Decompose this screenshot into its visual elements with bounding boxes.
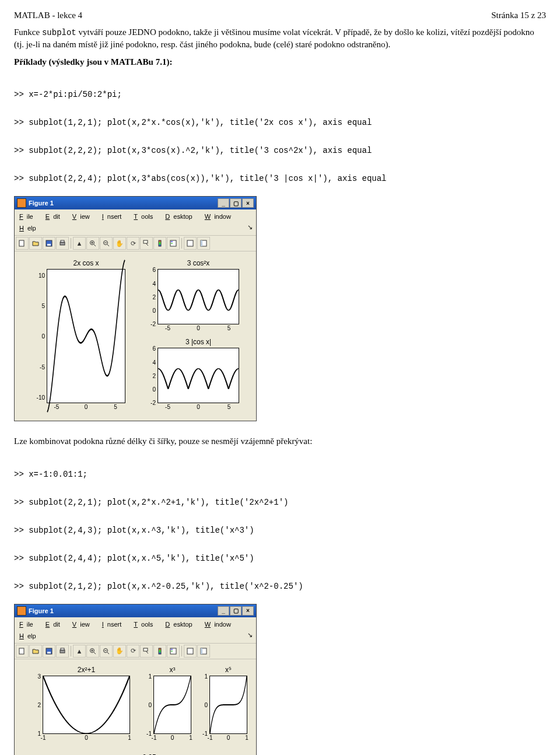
matlab-icon <box>17 198 26 208</box>
menu-tools[interactable]: Tools <box>130 211 160 222</box>
svg-rect-14 <box>159 240 161 246</box>
new-figure-button[interactable] <box>16 645 29 658</box>
menu-edit[interactable]: Edit <box>42 211 67 222</box>
close-button[interactable]: × <box>242 606 254 616</box>
menu-tools[interactable]: Tools <box>130 618 160 630</box>
axes-2x2p1[interactable]: 2x²+1 3 2 1 -1 0 1 <box>43 676 130 734</box>
menu-file[interactable]: File <box>16 211 40 222</box>
axes-x5[interactable]: x⁵ 1 0 -1 -1 0 1 <box>209 676 247 734</box>
svg-rect-41 <box>201 648 202 654</box>
window-title: Figure 1 <box>29 607 54 614</box>
menu-help[interactable]: Help <box>16 222 43 234</box>
menu-desktop[interactable]: Desktop <box>162 618 199 630</box>
zoom-out-button[interactable] <box>100 645 113 658</box>
menu-file[interactable]: File <box>16 618 40 630</box>
maximize-button[interactable]: ▢ <box>230 198 242 208</box>
colorbar-button[interactable] <box>153 645 166 658</box>
rotate-button[interactable]: ⟳ <box>127 237 139 250</box>
svg-rect-24 <box>60 650 65 653</box>
axes-3abscosx[interactable]: 3 |cos x| 6 4 2 0 -2 -5 0 5 <box>158 348 239 403</box>
menu-edit[interactable]: Edit <box>42 618 67 630</box>
minimize-button[interactable]: _ <box>218 198 229 208</box>
inline-code: subplot <box>42 28 76 37</box>
menubar-aux-icon[interactable]: ↘ <box>245 630 255 640</box>
axes-2x-cos-x[interactable]: 2x cos x 10 5 0 -5 -10 -5 0 5 <box>47 269 125 403</box>
titlebar[interactable]: Figure 1 _ ▢ × <box>15 197 256 209</box>
figure-canvas: 2x²+1 3 2 1 -1 0 1 x³ 1 0 -1 -1 0 1 x⁵ 1… <box>15 659 255 755</box>
svg-line-6 <box>94 244 96 246</box>
menu-view[interactable]: View <box>69 618 97 630</box>
print-button[interactable] <box>56 237 69 250</box>
save-button[interactable] <box>43 237 55 250</box>
menu-insert[interactable]: Insert <box>99 618 129 630</box>
matlab-icon <box>17 606 26 616</box>
window-title: Figure 1 <box>29 200 54 207</box>
zoom-out-button[interactable] <box>100 237 113 250</box>
pan-button[interactable]: ✋ <box>113 645 126 658</box>
close-button[interactable]: × <box>242 198 254 208</box>
svg-rect-21 <box>19 648 24 654</box>
figure-window-2: Figure 1 _ ▢ × File Edit View Insert Too… <box>14 604 257 755</box>
show-tools-button[interactable] <box>197 237 210 250</box>
header-right: Stránka 15 z 23 <box>491 11 546 20</box>
pan-button[interactable]: ✋ <box>113 237 126 250</box>
hide-tools-button[interactable] <box>184 237 197 250</box>
zoom-in-button[interactable] <box>86 237 99 250</box>
svg-rect-12 <box>144 240 148 243</box>
figure-canvas: 2x cos x 10 5 0 -5 -10 -5 0 5 3 cos²x 6 … <box>15 251 255 421</box>
axes-x3[interactable]: x³ 1 0 -1 -1 0 1 <box>153 676 191 734</box>
menubar: File Edit View Insert Tools Desktop Wind… <box>15 209 256 236</box>
new-figure-button[interactable] <box>16 237 29 250</box>
zoom-in-button[interactable] <box>86 645 99 658</box>
svg-rect-25 <box>61 648 64 650</box>
menu-desktop[interactable]: Desktop <box>162 211 199 222</box>
para-2: Příklady (výsledky jsou v MATLABu 7.1): <box>14 56 546 68</box>
show-tools-button[interactable] <box>197 645 210 658</box>
legend-button[interactable] <box>167 237 180 250</box>
menubar-aux-icon[interactable]: ↘ <box>245 222 255 232</box>
svg-rect-33 <box>144 648 148 651</box>
svg-line-13 <box>146 243 148 246</box>
maximize-button[interactable]: ▢ <box>230 606 242 616</box>
hide-tools-button[interactable] <box>184 645 197 658</box>
save-button[interactable] <box>43 645 55 658</box>
svg-line-31 <box>107 652 109 654</box>
svg-rect-2 <box>47 244 51 246</box>
svg-rect-3 <box>60 242 65 245</box>
code-block-2: >> x=-1:0.01:1; >> subplot(2,2,1); plot(… <box>14 451 546 600</box>
svg-rect-23 <box>47 652 51 653</box>
svg-line-10 <box>107 244 109 246</box>
menu-insert[interactable]: Insert <box>99 211 129 222</box>
menu-window[interactable]: Window <box>201 211 238 222</box>
pointer-button[interactable]: ▲ <box>73 237 86 250</box>
axes-3cos2x[interactable]: 3 cos²x 6 4 2 0 -2 -5 0 5 <box>158 269 239 324</box>
para-3: Lze kombinovat podokna různé délky či ší… <box>14 435 546 447</box>
svg-rect-20 <box>201 240 202 246</box>
rotate-button[interactable]: ⟳ <box>127 645 139 658</box>
datatip-button[interactable] <box>140 645 153 658</box>
menu-view[interactable]: View <box>69 211 97 222</box>
svg-rect-18 <box>187 240 193 246</box>
menu-help[interactable]: Help <box>16 630 43 642</box>
legend-button[interactable] <box>167 645 180 658</box>
print-button[interactable] <box>56 645 69 658</box>
datatip-button[interactable] <box>140 237 153 250</box>
open-button[interactable] <box>29 645 42 658</box>
colorbar-button[interactable] <box>153 237 166 250</box>
page-header: MATLAB - lekce 4 Stránka 15 z 23 <box>14 11 546 20</box>
svg-line-34 <box>146 651 148 653</box>
minimize-button[interactable]: _ <box>218 606 229 616</box>
pointer-button[interactable]: ▲ <box>73 645 86 658</box>
open-button[interactable] <box>29 237 42 250</box>
svg-rect-0 <box>19 240 24 246</box>
svg-rect-4 <box>61 240 64 242</box>
menubar: File Edit View Insert Tools Desktop Wind… <box>15 617 256 644</box>
code-block-1: >> x=-2*pi:pi/50:2*pi; >> subplot(1,2,1)… <box>14 71 546 193</box>
titlebar[interactable]: Figure 1 _ ▢ × <box>15 604 256 617</box>
header-left: MATLAB - lekce 4 <box>14 11 82 20</box>
svg-line-27 <box>94 652 96 654</box>
para-1: Funkce subplot vytváří pouze JEDNO podok… <box>14 26 546 50</box>
figure-window-1: Figure 1 _ ▢ × File Edit View Insert Too… <box>14 196 257 421</box>
menu-window[interactable]: Window <box>201 618 238 630</box>
toolbar: ▲ ✋ ⟳ <box>15 644 256 659</box>
